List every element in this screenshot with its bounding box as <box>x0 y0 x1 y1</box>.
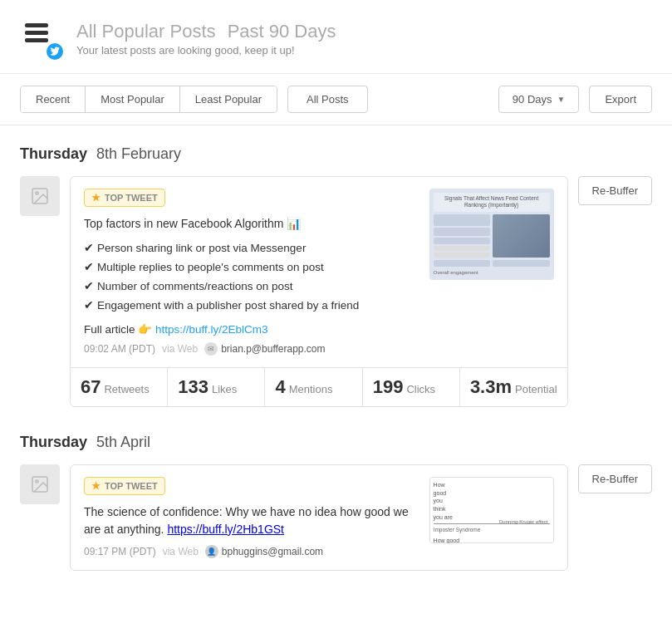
star-icon-2: ★ <box>91 480 101 492</box>
post-article-image-1: Signals That Affect News Feed Content Ra… <box>429 189 554 280</box>
list-item: ✔Engagement with a publisher post shared… <box>84 297 419 316</box>
post-meta-2: 09:17 PM (PDT) via Web 👤 bphuggins@gmail… <box>84 545 419 558</box>
least-popular-button[interactable]: Least Popular <box>180 86 277 112</box>
post-card-2: ★ TOP TWEET The science of confidence: W… <box>70 464 568 571</box>
twitter-badge-icon <box>47 43 63 60</box>
author-icon-2: 👤 <box>205 545 218 558</box>
post-checklist-1: ✔Person sharing link or post via Messeng… <box>84 239 419 316</box>
recent-button[interactable]: Recent <box>21 86 86 112</box>
list-item: ✔Multiple replies to people's comments o… <box>84 258 419 277</box>
author-icon-1: ✉ <box>204 342 218 356</box>
post-meta-1: 09:02 AM (PDT) via Web ✉ brian.p@buffera… <box>84 342 419 356</box>
post-row-2: ★ TOP TWEET The science of confidence: W… <box>20 464 652 571</box>
svg-point-4 <box>36 192 38 194</box>
list-item: ✔Person sharing link or post via Messeng… <box>84 239 419 258</box>
logo-area <box>20 17 63 60</box>
svg-point-6 <box>36 480 38 483</box>
header-text: All Popular Posts Past 90 Days Your late… <box>76 21 336 56</box>
page-title: All Popular Posts Past 90 Days <box>76 21 336 42</box>
svg-rect-2 <box>25 38 48 42</box>
post-row-1: ★ TOP TWEET Top factors in new Facebook … <box>20 176 652 407</box>
rebuffer-button-2[interactable]: Re-Buffer <box>578 464 652 493</box>
top-tweet-badge-2: ★ TOP TWEET <box>84 477 165 495</box>
stat-mentions: 4Mentions <box>265 368 362 406</box>
stat-potential: 3.3mPotential <box>460 368 567 406</box>
filter-button-group: Recent Most Popular Least Popular <box>20 86 277 113</box>
page-header: All Popular Posts Past 90 Days Your late… <box>0 0 672 74</box>
post-card-1: ★ TOP TWEET Top factors in new Facebook … <box>70 176 568 407</box>
stat-likes: 133Likes <box>168 368 265 406</box>
stat-retweets: 67Retweets <box>71 368 168 406</box>
most-popular-button[interactable]: Most Popular <box>86 86 180 112</box>
svg-rect-0 <box>25 23 48 27</box>
post-thumbnail-placeholder-1 <box>20 176 60 216</box>
post-author-1: ✉ brian.p@bufferapp.com <box>204 342 325 356</box>
svg-rect-1 <box>25 31 48 35</box>
date-heading-2: Thursday 5th April <box>20 434 652 451</box>
post-body-1: ★ TOP TWEET Top factors in new Facebook … <box>71 177 567 367</box>
all-posts-button[interactable]: All Posts <box>287 86 368 113</box>
chevron-down-icon: ▼ <box>557 95 566 104</box>
post-main-text-2: The science of confidence: Why we have n… <box>84 503 419 538</box>
star-icon: ★ <box>91 192 101 204</box>
post-link-1[interactable]: https://buff.ly/2EblCm3 <box>155 323 268 336</box>
post-body-2: ★ TOP TWEET The science of confidence: W… <box>71 465 567 570</box>
days-filter-button[interactable]: 90 Days ▼ <box>498 86 580 113</box>
export-button[interactable]: Export <box>589 86 652 113</box>
toolbar: Recent Most Popular Least Popular All Po… <box>0 74 672 125</box>
stats-bar-1: 67Retweets 133Likes 4Mentions 199Clicks … <box>71 367 567 406</box>
post-article-image-2: Howgoodyouthinkyou are Dunning-Kruger ef… <box>429 477 554 543</box>
content-area: Thursday 8th February ★ TOP TWEET Top fa… <box>0 125 672 617</box>
top-tweet-badge-1: ★ TOP TWEET <box>84 189 165 207</box>
post-link-2[interactable]: https://buff.ly/2Hb1GSt <box>167 523 284 536</box>
post-main-text-1: Top factors in new Facebook Algorithm 📊 <box>84 215 419 233</box>
post-author-2: 👤 bphuggins@gmail.com <box>205 545 323 558</box>
post-text-2: ★ TOP TWEET The science of confidence: W… <box>84 477 419 558</box>
post-text-1: ★ TOP TWEET Top factors in new Facebook … <box>84 189 419 356</box>
post-link-line-1: Full article 👉 https://buff.ly/2EblCm3 <box>84 322 419 336</box>
dunning-kruger-image: Howgoodyouthinkyou are Dunning-Kruger ef… <box>429 477 554 543</box>
rebuffer-button-1[interactable]: Re-Buffer <box>578 176 652 205</box>
stat-clicks: 199Clicks <box>363 368 460 406</box>
post-thumbnail-placeholder-2 <box>20 464 60 504</box>
page-subtitle: Your latest posts are looking good, keep… <box>76 44 336 56</box>
list-item: ✔Number of comments/reactions on post <box>84 277 419 297</box>
date-heading-1: Thursday 8th February <box>20 145 652 163</box>
